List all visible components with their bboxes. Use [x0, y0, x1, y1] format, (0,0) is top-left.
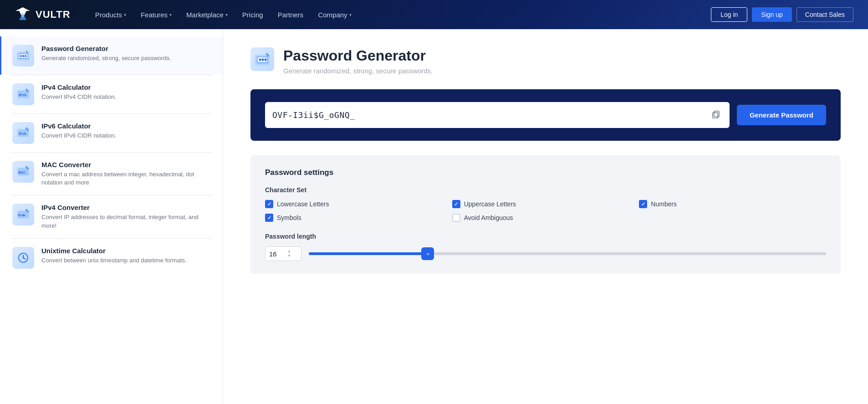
nav-item-pricing[interactable]: Pricing	[236, 7, 270, 22]
sidebar-item-password-generator[interactable]: Password Generator Generate randomized, …	[0, 36, 223, 75]
checkbox-uppercase-label: Uppercase Letters	[464, 200, 516, 208]
generate-password-button[interactable]: Generate Password	[737, 105, 826, 125]
length-row: ▲ ▼ ‹›	[265, 246, 826, 261]
password-box: OVF-I3ii$G_oGNQ_ Generate Password	[250, 89, 841, 141]
nav-item-partners[interactable]: Partners	[271, 7, 310, 22]
checkbox-numbers[interactable]: ✓ Numbers	[639, 200, 826, 208]
ipv4-calculator-icon: IPv4	[12, 83, 34, 105]
password-value: OVF-I3ii$G_oGNQ_	[272, 110, 355, 120]
svg-point-28	[259, 59, 261, 61]
tool-subtitle: Generate randomized, strong, secure pass…	[283, 67, 433, 75]
contact-sales-button[interactable]: Contact Sales	[797, 7, 853, 22]
sidebar-item-ipv6-calculator-title: IPv6 Calculator	[41, 122, 212, 130]
checkbox-avoid-ambiguous[interactable]: Avoid Ambiguous	[452, 214, 639, 222]
svg-text:IPv6: IPv6	[19, 132, 26, 136]
checkbox-uppercase[interactable]: ✓ Uppercase Letters	[452, 200, 639, 208]
unixtime-calculator-icon	[12, 247, 34, 269]
main-content: Password Generator Generate randomized, …	[223, 29, 868, 404]
spinner-down-icon[interactable]: ▼	[287, 254, 291, 258]
marketplace-chevron-icon: ▾	[225, 12, 228, 17]
slider-arrows-icon: ‹›	[427, 251, 429, 256]
svg-text:IPv4▸: IPv4▸	[18, 214, 26, 217]
charset-label: Character Set	[265, 186, 826, 194]
sidebar-item-ipv6-calculator[interactable]: IPv6 IPv6 Calculator Convert IPv6 CIDR n…	[0, 114, 223, 152]
nav-links: Products ▾ Features ▾ Marketplace ▾ Pric…	[89, 7, 711, 22]
tool-header-info: Password Generator Generate randomized, …	[283, 47, 433, 75]
length-label: Password length	[265, 233, 826, 240]
slider-track	[309, 252, 826, 255]
svg-point-30	[265, 59, 267, 61]
sidebar-item-unixtime-calculator-info: Unixtime Calculator Convert between unix…	[41, 247, 212, 265]
sidebar-item-ipv4-converter-info: IPv4 Converter Convert IP addresses to d…	[41, 204, 212, 230]
sidebar-item-password-generator-title: Password Generator	[41, 45, 212, 52]
password-display: OVF-I3ii$G_oGNQ_	[265, 102, 730, 128]
sidebar-item-ipv4-calculator-desc: Convert IPv4 CIDR notation.	[41, 93, 212, 101]
sidebar-item-ipv4-calculator[interactable]: IPv4 IPv4 Calculator Convert IPv4 CIDR n…	[0, 75, 223, 113]
svg-point-24	[23, 257, 24, 258]
tool-header-icon	[250, 47, 274, 71]
svg-text:MAC: MAC	[18, 171, 26, 174]
sidebar-item-unixtime-calculator-title: Unixtime Calculator	[41, 247, 212, 255]
svg-point-7	[25, 55, 26, 57]
checkmark-icon: ✓	[267, 201, 271, 207]
nav-item-products[interactable]: Products ▾	[89, 7, 133, 22]
sidebar-item-unixtime-calculator-desc: Convert between unix timestamp and datet…	[41, 256, 212, 265]
svg-point-29	[262, 59, 264, 61]
checkbox-lowercase[interactable]: ✓ Lowercase Letters	[265, 200, 452, 208]
checkbox-numbers-label: Numbers	[651, 200, 677, 208]
nav-actions: Log in Sign up Contact Sales	[711, 7, 853, 22]
sidebar-item-ipv6-calculator-info: IPv6 Calculator Convert IPv6 CIDR notati…	[41, 122, 212, 140]
page-layout: Password Generator Generate randomized, …	[0, 29, 868, 404]
svg-rect-32	[713, 113, 718, 118]
checkbox-lowercase-box[interactable]: ✓	[265, 200, 273, 208]
sidebar-item-mac-converter[interactable]: MAC MAC Converter Convert a mac address …	[0, 153, 223, 195]
ipv6-calculator-icon: IPv6	[12, 122, 34, 144]
sidebar-item-password-generator-desc: Generate randomized, strong, secure pass…	[41, 54, 212, 62]
sidebar-item-unixtime-calculator[interactable]: Unixtime Calculator Convert between unix…	[0, 239, 223, 277]
sidebar-item-mac-converter-info: MAC Converter Convert a mac address betw…	[41, 161, 212, 187]
length-input-wrap: ▲ ▼	[265, 246, 301, 261]
settings-section: Password settings Character Set ✓ Lowerc…	[250, 155, 841, 274]
sidebar-item-ipv4-converter-title: IPv4 Converter	[41, 204, 212, 211]
checkbox-grid: ✓ Lowercase Letters ✓ Uppercase Letters …	[265, 200, 826, 222]
svg-text:IPv4: IPv4	[19, 93, 26, 97]
checkbox-symbols-box[interactable]: ✓	[265, 214, 273, 222]
sidebar-item-mac-converter-desc: Convert a mac address between integer, h…	[41, 170, 212, 187]
svg-point-6	[22, 55, 24, 57]
checkbox-symbols[interactable]: ✓ Symbols	[265, 214, 452, 222]
checkbox-numbers-box[interactable]: ✓	[639, 200, 647, 208]
login-button[interactable]: Log in	[711, 7, 747, 22]
company-chevron-icon: ▾	[349, 12, 352, 17]
tool-header: Password Generator Generate randomized, …	[250, 47, 841, 75]
logo-text: VULTR	[36, 9, 71, 20]
slider-thumb[interactable]: ‹›	[421, 247, 434, 260]
sidebar-item-ipv4-converter[interactable]: IPv4▸ IPv4 Converter Convert IP addresse…	[0, 195, 223, 238]
sidebar-item-ipv4-converter-desc: Convert IP addresses to decimal format, …	[41, 213, 212, 230]
sidebar-item-ipv6-calculator-desc: Convert IPv6 CIDR notation.	[41, 132, 212, 140]
mac-converter-icon: MAC	[12, 161, 34, 183]
slider-wrap: ‹›	[309, 246, 826, 261]
checkbox-symbols-label: Symbols	[277, 214, 301, 221]
logo[interactable]: VULTR	[15, 6, 71, 23]
svg-rect-31	[714, 111, 719, 117]
svg-point-5	[20, 55, 22, 57]
checkbox-uppercase-box[interactable]: ✓	[452, 200, 460, 208]
sidebar-item-mac-converter-title: MAC Converter	[41, 161, 212, 169]
checkmark-icon: ✓	[454, 201, 458, 207]
nav-item-features[interactable]: Features ▾	[134, 7, 178, 22]
nav-item-marketplace[interactable]: Marketplace ▾	[180, 7, 234, 22]
signup-button[interactable]: Sign up	[752, 7, 791, 22]
spinner-up-icon[interactable]: ▲	[287, 250, 291, 253]
length-spinners: ▲ ▼	[287, 250, 291, 258]
settings-title: Password settings	[265, 168, 826, 177]
password-generator-icon	[12, 45, 34, 66]
copy-icon[interactable]	[710, 108, 722, 122]
checkbox-avoid-ambiguous-box[interactable]	[452, 214, 460, 222]
nav-item-company[interactable]: Company ▾	[311, 7, 357, 22]
ipv4-converter-icon: IPv4▸	[12, 204, 34, 225]
length-input[interactable]	[269, 250, 287, 258]
sidebar-item-ipv4-calculator-title: IPv4 Calculator	[41, 83, 212, 91]
products-chevron-icon: ▾	[124, 12, 126, 17]
checkmark-icon: ✓	[641, 201, 645, 207]
sidebar-item-ipv4-calculator-info: IPv4 Calculator Convert IPv4 CIDR notati…	[41, 83, 212, 101]
